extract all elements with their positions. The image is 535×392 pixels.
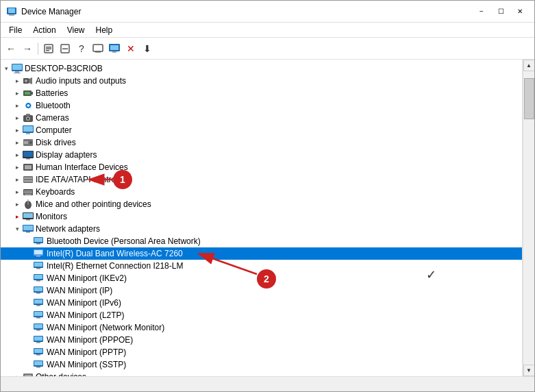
bluetooth-expand-icon[interactable]: ▸: [12, 100, 23, 111]
root-expand-icon[interactable]: ▾: [1, 63, 12, 74]
audio-icon: [23, 75, 34, 86]
tree-item-wan-ipv6[interactable]: ▸ WAN Miniport (IPv6): [1, 297, 522, 309]
svg-rect-54: [26, 232, 30, 233]
refresh-button[interactable]: [90, 41, 105, 56]
intel-wifi-label: Intel(R) Dual Band Wireless-AC 7260: [47, 249, 183, 258]
tree-item-keyboards[interactable]: ▸ Keyboards: [1, 186, 522, 198]
cameras-expand-icon[interactable]: ▸: [12, 112, 23, 123]
svg-rect-59: [34, 250, 42, 254]
menu-bar: File Action View Help: [1, 23, 534, 38]
svg-rect-27: [26, 114, 30, 116]
title-bar: Device Manager − ☐ ✕: [1, 1, 534, 23]
hid-label: Human Interface Devices: [36, 162, 128, 172]
svg-rect-63: [36, 268, 40, 269]
bt-device-icon: [34, 236, 45, 247]
tree-item-hid[interactable]: ▸ Human Interface Devices: [1, 161, 522, 173]
tree-item-wan-ip[interactable]: ▸ WAN Miniport (IP): [1, 284, 522, 297]
tree-item-wan-pptp[interactable]: ▸ WAN Miniport (PPTP): [1, 346, 522, 358]
tree-item-batteries[interactable]: ▸ Batteries: [1, 87, 522, 99]
svg-rect-6: [46, 50, 49, 51]
tree-root[interactable]: ▾ DESKTOP-B3CRIOB: [1, 62, 522, 75]
content-area: ▾ DESKTOP-B3CRIOB ▸: [1, 60, 534, 376]
other-icon: [23, 371, 34, 376]
tree-item-wan-ikev2[interactable]: ▸ WAN Miniport (IKEv2): [1, 272, 522, 284]
tree-item-other[interactable]: ▸ Other devices: [1, 371, 522, 376]
svg-rect-45: [25, 194, 32, 195]
computer-expand-icon[interactable]: ▸: [12, 125, 23, 136]
wan-ip-label: WAN Miniport (IP): [47, 286, 112, 295]
tree-item-display[interactable]: ▸ Display adapters: [1, 149, 522, 161]
tree-item-wan-netmon[interactable]: ▸ WAN Miniport (Network Monitor): [1, 321, 522, 334]
root-label: DESKTOP-B3CRIOB: [25, 64, 103, 73]
diskdrives-expand-icon[interactable]: ▸: [12, 137, 23, 148]
tree-item-network[interactable]: ▾ Network adapters: [1, 223, 522, 235]
other-expand-icon[interactable]: ▸: [12, 371, 23, 376]
tree-item-wan-pppoe[interactable]: ▸ WAN Miniport (PPPOE): [1, 334, 522, 346]
mice-expand-icon[interactable]: ▸: [12, 199, 23, 210]
tree-item-monitors[interactable]: ▸ Monitors: [1, 210, 522, 223]
close-button[interactable]: ✕: [511, 5, 529, 19]
tree-item-bluetooth[interactable]: ▸ ⭘ Bluetooth: [1, 99, 522, 112]
network-label: Network adapters: [36, 224, 100, 234]
tree-item-intel-eth[interactable]: ▸ Intel(R) Ethernet Connection I218-LM: [1, 260, 522, 272]
tree-item-diskdrives[interactable]: ▸ Disk drives: [1, 136, 522, 149]
monitor-button[interactable]: [107, 41, 122, 56]
svg-rect-8: [62, 48, 68, 49]
svg-rect-80: [34, 336, 42, 341]
computer-icon: [12, 63, 23, 74]
tree-item-intel-wifi[interactable]: ▸ Intel(R) Dual Band Wireless-AC 7260: [1, 247, 522, 260]
tree-item-audio[interactable]: ▸ Audio inputs and outputs: [1, 75, 522, 87]
bluetooth-icon: ⭘: [23, 100, 34, 111]
tree-item-mice[interactable]: ▸ Mice and other pointing devices: [1, 198, 522, 210]
monitors-expand-icon[interactable]: ▸: [12, 211, 23, 222]
keyboards-expand-icon[interactable]: ▸: [12, 186, 23, 197]
toolbar: ← → ? ✕ ⬇: [1, 38, 534, 60]
window-title: Device Manager: [21, 7, 473, 16]
tree-item-ide[interactable]: ▸ IDE ATA/ATAPI controllers: [1, 173, 522, 186]
wan-ikev2-label: WAN Miniport (IKEv2): [47, 273, 127, 283]
svg-rect-36: [26, 158, 30, 160]
svg-rect-43: [24, 191, 32, 192]
back-button[interactable]: ←: [3, 41, 18, 56]
wan-l2tp-icon: [34, 310, 45, 321]
tree-panel[interactable]: ▾ DESKTOP-B3CRIOB ▸: [1, 60, 523, 376]
svg-rect-38: [25, 165, 32, 169]
batteries-expand-icon[interactable]: ▸: [12, 88, 23, 99]
menu-view[interactable]: View: [62, 24, 90, 36]
menu-action[interactable]: Action: [27, 24, 61, 36]
tree-item-cameras[interactable]: ▸ Cameras: [1, 112, 522, 124]
display-expand-icon[interactable]: ▸: [12, 149, 23, 160]
scroll-up-arrow[interactable]: ▲: [523, 60, 535, 71]
menu-file[interactable]: File: [3, 24, 27, 36]
title-bar-icon: [6, 6, 17, 17]
remove-button[interactable]: ✕: [123, 41, 138, 56]
wan-ipv6-icon: [34, 297, 45, 308]
properties-button[interactable]: [41, 41, 56, 56]
tree-item-bt-device[interactable]: ▸ Bluetooth Device (Personal Area Networ…: [1, 235, 522, 247]
menu-help[interactable]: Help: [90, 24, 119, 36]
audio-expand-icon[interactable]: ▸: [12, 75, 23, 86]
ide-expand-icon[interactable]: ▸: [12, 174, 23, 185]
wan-sstp-icon: [34, 359, 45, 370]
svg-rect-35: [23, 151, 33, 157]
tree-item-computer[interactable]: ▸ Computer: [1, 124, 522, 136]
forward-button[interactable]: →: [20, 41, 35, 56]
svg-rect-39: [23, 176, 33, 183]
intel-wifi-icon: [34, 248, 45, 259]
tree-item-wan-sstp[interactable]: ▸ WAN Miniport (SSTP): [1, 358, 522, 371]
update-button[interactable]: ⬇: [140, 41, 155, 56]
scrollbar[interactable]: ▲ ▼: [523, 60, 534, 376]
scroll-track[interactable]: [523, 71, 535, 365]
monitors-icon: [23, 211, 34, 222]
scroll-down-arrow[interactable]: ▼: [523, 365, 535, 376]
help-button[interactable]: ?: [74, 41, 89, 56]
hid-expand-icon[interactable]: ▸: [12, 162, 23, 173]
minimize-button[interactable]: −: [473, 5, 490, 19]
maximize-button[interactable]: ☐: [492, 5, 510, 19]
collapse-button[interactable]: [58, 41, 73, 56]
svg-rect-44: [24, 193, 32, 194]
network-expand-icon[interactable]: ▾: [12, 223, 23, 234]
monitors-label: Monitors: [36, 212, 67, 221]
tree-item-wan-l2tp[interactable]: ▸ WAN Miniport (L2TP): [1, 309, 522, 321]
scroll-thumb[interactable]: [524, 78, 534, 119]
